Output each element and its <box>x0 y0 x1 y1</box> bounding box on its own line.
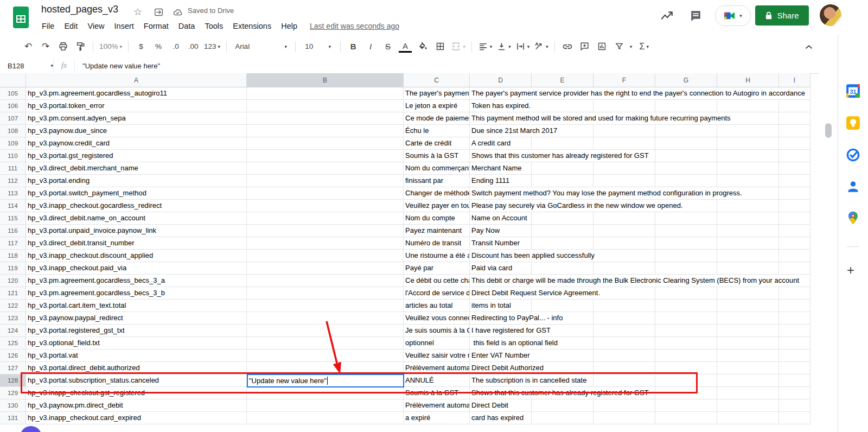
row-header-123[interactable]: 123 <box>0 312 26 325</box>
column-header-d[interactable]: D <box>470 73 532 87</box>
cell-c107[interactable]: Ce mode de paiement sera enregistré et u… <box>404 112 470 125</box>
cell-d121[interactable]: Direct Debit Request Service Agreement. <box>470 287 810 300</box>
cell-d125[interactable]: this field is an optional field <box>470 337 810 350</box>
cell-d115[interactable]: Name on Account <box>470 212 810 225</box>
row-header-115[interactable]: 115 <box>0 212 26 225</box>
font-select[interactable]: Arial▾ <box>233 40 289 54</box>
name-box[interactable]: B128 ▾ <box>0 62 53 70</box>
sheets-logo-icon[interactable] <box>12 6 29 29</box>
google-calendar-icon[interactable]: 31 <box>846 84 860 98</box>
cell-c106[interactable]: Le jeton a expiré <box>404 100 470 112</box>
cell-a116[interactable]: hp_v3.portal.unpaid_invoice.paynow_link <box>26 225 247 237</box>
column-header-b[interactable]: B <box>247 73 404 87</box>
cell-c105[interactable]: The payer's payment service provider has… <box>404 87 470 100</box>
cell-d126[interactable]: Enter VAT Number <box>470 350 810 362</box>
menu-item-view[interactable]: View <box>82 21 109 31</box>
filter-button[interactable] <box>613 40 626 54</box>
cell-a124[interactable]: hp_v3.portal.registered_gst_txt <box>26 325 247 337</box>
cell-d112[interactable]: Ending 1111 <box>470 175 810 187</box>
cell-d130[interactable]: Direct Debit <box>470 399 810 412</box>
get-addons-icon[interactable]: + <box>847 263 854 278</box>
merge-cells-button[interactable]: ▾ <box>451 40 465 54</box>
google-maps-icon[interactable] <box>846 211 860 225</box>
row-header-111[interactable]: 111 <box>0 162 26 175</box>
cell-c131[interactable]: a expiré <box>404 412 470 424</box>
row-header-106[interactable]: 106 <box>0 100 26 112</box>
more-formats-button[interactable]: 123▾ <box>204 40 220 54</box>
strikethrough-button[interactable]: S <box>381 40 394 54</box>
cell-c112[interactable]: finissant par <box>404 175 470 187</box>
paint-format-button[interactable] <box>74 40 87 54</box>
cell-a110[interactable]: hp_v3.portal.gst_registered <box>26 150 247 162</box>
text-rotation-button[interactable]: ▾ <box>534 40 548 54</box>
cell-b121[interactable] <box>247 287 404 300</box>
column-header-g[interactable]: G <box>655 73 717 87</box>
undo-button[interactable]: ↶ <box>22 40 35 54</box>
cell-a115[interactable]: hp_v3.direct_debit.name_on_account <box>26 212 247 225</box>
select-all-corner[interactable] <box>0 73 26 87</box>
cell-d113[interactable]: Switch payment method? You may lose the … <box>470 187 810 200</box>
cell-a117[interactable]: hp_v3.direct_debit.transit_number <box>26 237 247 250</box>
cell-c124[interactable]: Je suis soumis à la GST <box>404 325 470 337</box>
formula-input[interactable]: "Update new value here" <box>75 62 160 70</box>
cell-b108[interactable] <box>247 125 404 137</box>
cell-a105[interactable]: hp_v3.pm.agreement.gocardless_autogiro11 <box>26 87 247 100</box>
cell-a122[interactable]: hp_v3.portal.cart.item_text.total <box>26 300 247 312</box>
decrease-decimal-button[interactable]: .0 <box>169 40 182 54</box>
comment-history-icon[interactable] <box>689 9 703 23</box>
cell-d119[interactable]: Paid via card <box>470 262 810 275</box>
cell-d117[interactable]: Transit Number <box>470 237 810 250</box>
menu-item-help[interactable]: Help <box>276 21 302 31</box>
cell-a118[interactable]: hp_v3.inapp_checkout.discount_applied <box>26 250 247 262</box>
vertical-align-button[interactable]: ▾ <box>496 40 511 54</box>
google-tasks-icon[interactable] <box>846 148 860 162</box>
menu-item-format[interactable]: Format <box>139 21 174 31</box>
row-header-119[interactable]: 119 <box>0 262 26 275</box>
cell-d123[interactable]: Redirecting to PayPal... - info <box>470 312 810 325</box>
row-header-108[interactable]: 108 <box>0 125 26 137</box>
redo-button[interactable]: ↷ <box>39 40 52 54</box>
cell-d120[interactable]: This debit or charge will be made throug… <box>470 275 810 287</box>
cell-a109[interactable]: hp_v3.paynow.credit_card <box>26 137 247 150</box>
row-header-122[interactable]: 122 <box>0 300 26 312</box>
menu-item-tools[interactable]: Tools <box>200 21 228 31</box>
star-icon[interactable]: ☆ <box>133 6 142 18</box>
cell-a121[interactable]: hp_v3.pm.agreement.gocardless_becs_3_b <box>26 287 247 300</box>
row-header-107[interactable]: 107 <box>0 112 26 125</box>
insert-comment-button[interactable] <box>578 40 591 54</box>
cell-c123[interactable]: Veuillez vous connecter <box>404 312 470 325</box>
insert-chart-button[interactable] <box>596 40 609 54</box>
cell-b119[interactable] <box>247 262 404 275</box>
cell-a126[interactable]: hp_v3.portal.vat <box>26 350 247 362</box>
cell-b106[interactable] <box>247 100 404 112</box>
row-header-113[interactable]: 113 <box>0 187 26 200</box>
cell-d114[interactable]: Please pay securely via GoCardless in th… <box>470 200 810 212</box>
google-keep-icon[interactable] <box>846 116 860 130</box>
text-wrapping-button[interactable]: ▾ <box>515 40 530 54</box>
cell-a120[interactable]: hp_v3.pm.agreement.gocardless_becs_3_a <box>26 275 247 287</box>
cell-a114[interactable]: hp_v3.inapp_checkout.gocardless_redirect <box>26 200 247 212</box>
column-header-i[interactable]: I <box>779 73 810 87</box>
cell-a130[interactable]: hp_v3.paynow.pm.direct_debit <box>26 399 247 412</box>
cell-c130[interactable]: Prélèvement automatique <box>404 399 470 412</box>
cell-c118[interactable]: Une ristourne a été appliquée avec succè… <box>404 250 470 262</box>
row-header-117[interactable]: 117 <box>0 237 26 250</box>
cell-d131[interactable]: card has expired <box>470 412 810 424</box>
cell-c115[interactable]: Nom du compte <box>404 212 470 225</box>
cell-d124[interactable]: I have registered for GST <box>470 325 810 337</box>
cell-b118[interactable] <box>247 250 404 262</box>
cell-c110[interactable]: Soumis à la GST <box>404 150 470 162</box>
google-contacts-icon[interactable] <box>846 179 860 194</box>
cell-c108[interactable]: Échu le <box>404 125 470 137</box>
cell-b107[interactable] <box>247 112 404 125</box>
cell-d109[interactable]: A credit card <box>470 137 810 150</box>
horizontal-align-button[interactable]: ▾ <box>478 40 493 54</box>
functions-button[interactable]: Σ▾ <box>637 40 650 54</box>
row-header-118[interactable]: 118 <box>0 250 26 262</box>
increase-decimal-button[interactable]: .00 <box>187 40 200 54</box>
filter-views-caret[interactable]: ▾ <box>630 44 633 49</box>
cell-b111[interactable] <box>247 162 404 175</box>
cell-c113[interactable]: Changer de méthode de paiement <box>404 187 470 200</box>
cell-c126[interactable]: Veuillez saisir votre numéro de TVA <box>404 350 470 362</box>
cell-d105[interactable]: The payer's payment service provider has… <box>470 87 810 100</box>
